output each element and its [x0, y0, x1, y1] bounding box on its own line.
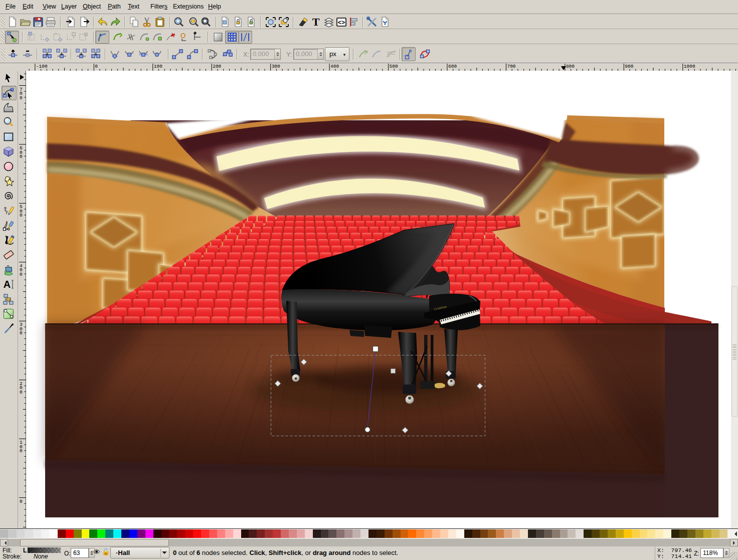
svg-text:300: 300: [272, 64, 280, 69]
svg-text:0: 0: [20, 330, 23, 336]
svg-text:0: 0: [20, 95, 23, 101]
svg-text:T: T: [312, 16, 320, 28]
svg-text:A: A: [4, 279, 11, 290]
svg-text:800: 800: [566, 64, 575, 69]
svg-text:500: 500: [390, 64, 398, 69]
svg-text:<>: <>: [338, 20, 345, 27]
svg-text:0: 0: [20, 448, 23, 454]
svg-text:200: 200: [213, 64, 221, 69]
svg-text:100: 100: [154, 64, 162, 69]
svg-text:600: 600: [448, 64, 457, 69]
svg-text:400: 400: [330, 64, 339, 69]
svg-text:0: 0: [20, 499, 23, 504]
svg-text:700: 700: [507, 64, 515, 69]
svg-text:0: 0: [20, 154, 23, 159]
svg-text:1000: 1000: [684, 64, 695, 69]
svg-text:0: 0: [20, 272, 23, 277]
svg-text:0: 0: [20, 213, 23, 218]
svg-text:0: 0: [20, 390, 23, 395]
svg-text:-100: -100: [36, 64, 48, 69]
svg-text:0: 0: [95, 64, 98, 69]
svg-text:900: 900: [625, 64, 633, 69]
